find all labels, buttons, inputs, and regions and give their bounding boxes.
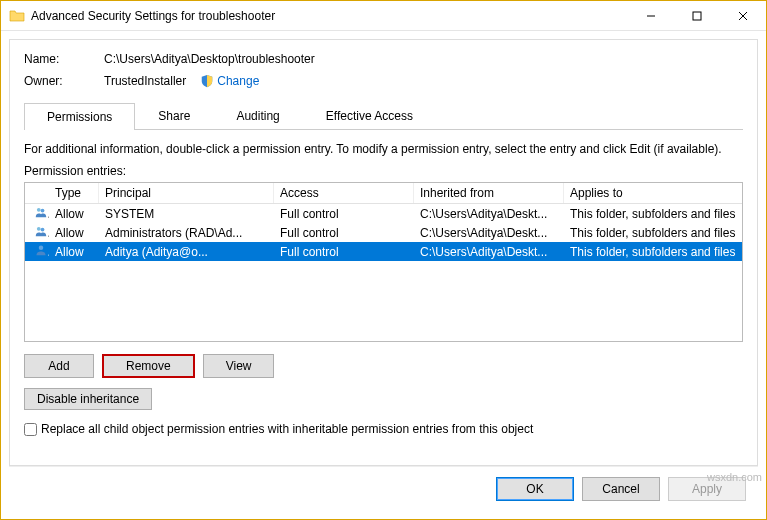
table-row[interactable]: AllowAdministrators (RAD\Ad...Full contr… bbox=[25, 223, 742, 242]
col-access[interactable]: Access bbox=[274, 183, 414, 203]
users-icon bbox=[25, 206, 49, 221]
cell-applies: This folder, subfolders and files bbox=[564, 226, 742, 240]
col-inherited[interactable]: Inherited from bbox=[414, 183, 564, 203]
footer: OK Cancel Apply bbox=[9, 466, 758, 511]
cell-applies: This folder, subfolders and files bbox=[564, 207, 742, 221]
cell-access: Full control bbox=[274, 226, 414, 240]
change-owner-link[interactable]: Change bbox=[200, 74, 259, 88]
window: Advanced Security Settings for troublesh… bbox=[0, 0, 767, 520]
svg-point-8 bbox=[39, 246, 44, 251]
svg-point-4 bbox=[37, 208, 41, 212]
user-icon bbox=[25, 244, 49, 259]
replace-checkbox-row[interactable]: Replace all child object permission entr… bbox=[24, 422, 743, 436]
permission-entries-label: Permission entries: bbox=[24, 164, 743, 178]
name-label: Name: bbox=[24, 52, 104, 66]
titlebar-buttons bbox=[628, 1, 766, 30]
maximize-button[interactable] bbox=[674, 1, 720, 30]
tab-permissions[interactable]: Permissions bbox=[24, 103, 135, 130]
folder-icon bbox=[9, 8, 25, 24]
cell-access: Full control bbox=[274, 207, 414, 221]
tab-effective-access[interactable]: Effective Access bbox=[303, 102, 436, 129]
titlebar: Advanced Security Settings for troublesh… bbox=[1, 1, 766, 31]
cell-inherited: C:\Users\Aditya\Deskt... bbox=[414, 245, 564, 259]
owner-label: Owner: bbox=[24, 74, 104, 88]
cancel-button[interactable]: Cancel bbox=[582, 477, 660, 501]
view-button[interactable]: View bbox=[203, 354, 275, 378]
content-outer: Name: C:\Users\Aditya\Desktop\troublesho… bbox=[1, 31, 766, 519]
cell-type: Allow bbox=[49, 226, 99, 240]
owner-row: Owner: TrustedInstaller Change bbox=[24, 74, 743, 88]
tab-share[interactable]: Share bbox=[135, 102, 213, 129]
watermark: wsxdn.com bbox=[707, 471, 762, 483]
remove-button[interactable]: Remove bbox=[102, 354, 195, 378]
owner-value: TrustedInstaller bbox=[104, 74, 186, 88]
permission-table: Type Principal Access Inherited from App… bbox=[24, 182, 743, 342]
table-header: Type Principal Access Inherited from App… bbox=[25, 183, 742, 204]
cell-principal: Aditya (Aditya@o... bbox=[99, 245, 274, 259]
svg-point-6 bbox=[37, 227, 41, 231]
change-link-text: Change bbox=[217, 74, 259, 88]
disable-inheritance-button[interactable]: Disable inheritance bbox=[24, 388, 152, 410]
cell-principal: SYSTEM bbox=[99, 207, 274, 221]
cell-inherited: C:\Users\Aditya\Deskt... bbox=[414, 226, 564, 240]
name-row: Name: C:\Users\Aditya\Desktop\troublesho… bbox=[24, 52, 743, 66]
replace-checkbox-label: Replace all child object permission entr… bbox=[41, 422, 533, 436]
cell-type: Allow bbox=[49, 207, 99, 221]
cell-access: Full control bbox=[274, 245, 414, 259]
close-button[interactable] bbox=[720, 1, 766, 30]
cell-type: Allow bbox=[49, 245, 99, 259]
users-icon bbox=[25, 225, 49, 240]
col-type[interactable]: Type bbox=[49, 183, 99, 203]
name-value: C:\Users\Aditya\Desktop\troubleshooter bbox=[104, 52, 315, 66]
cell-inherited: C:\Users\Aditya\Deskt... bbox=[414, 207, 564, 221]
table-row[interactable]: AllowSYSTEMFull controlC:\Users\Aditya\D… bbox=[25, 204, 742, 223]
minimize-button[interactable] bbox=[628, 1, 674, 30]
tab-auditing[interactable]: Auditing bbox=[213, 102, 302, 129]
ok-button[interactable]: OK bbox=[496, 477, 574, 501]
svg-point-5 bbox=[41, 209, 45, 213]
content-inner: Name: C:\Users\Aditya\Desktop\troublesho… bbox=[9, 39, 758, 466]
replace-checkbox[interactable] bbox=[24, 423, 37, 436]
cell-principal: Administrators (RAD\Ad... bbox=[99, 226, 274, 240]
col-principal[interactable]: Principal bbox=[99, 183, 274, 203]
window-title: Advanced Security Settings for troublesh… bbox=[31, 9, 628, 23]
permission-buttons: Add Remove View bbox=[24, 354, 743, 378]
svg-point-7 bbox=[41, 228, 45, 232]
col-applies[interactable]: Applies to bbox=[564, 183, 742, 203]
shield-icon bbox=[200, 74, 214, 88]
tabs: Permissions Share Auditing Effective Acc… bbox=[24, 102, 743, 130]
svg-rect-1 bbox=[693, 12, 701, 20]
table-row[interactable]: AllowAditya (Aditya@o...Full controlC:\U… bbox=[25, 242, 742, 261]
cell-applies: This folder, subfolders and files bbox=[564, 245, 742, 259]
col-icon bbox=[25, 183, 49, 203]
add-button[interactable]: Add bbox=[24, 354, 94, 378]
inheritance-buttons: Disable inheritance bbox=[24, 388, 743, 410]
table-body: AllowSYSTEMFull controlC:\Users\Aditya\D… bbox=[25, 204, 742, 261]
info-text: For additional information, double-click… bbox=[24, 142, 743, 156]
